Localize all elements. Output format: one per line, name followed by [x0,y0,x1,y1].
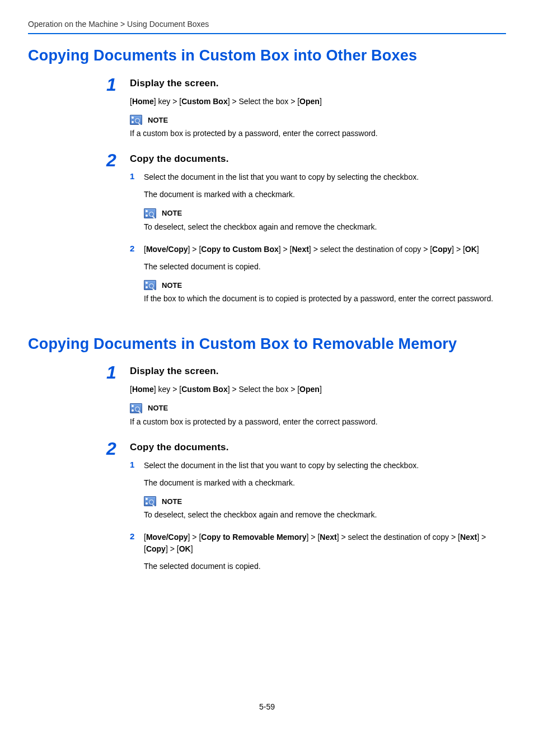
step-title: Copy the documents. [130,442,506,453]
note-box: NOTE To deselect, select the checkbox ag… [144,496,506,520]
step-number: 1 [106,76,130,94]
substep-text: Select the document in the list that you… [144,171,506,183]
note-label: NOTE [148,404,168,412]
step-title: Display the screen. [130,366,506,377]
substep-number: 2 [130,244,144,253]
note-text: To deselect, select the checkbox again a… [144,221,506,232]
substep-text: [Move/Copy] > [Copy to Custom Box] > [Ne… [144,244,506,255]
note-text: To deselect, select the checkbox again a… [144,509,506,520]
substep-text: Select the document in the list that you… [144,460,506,472]
substep-number: 1 [130,171,144,181]
section-heading-2: Copying Documents in Custom Box to Remov… [28,335,506,354]
step-2b: 2 Copy the documents. 1 Select the docum… [106,442,506,580]
note-text: If a custom box is protected by a passwo… [130,416,506,427]
note-icon [144,496,156,506]
nav-path: [Home] key > [Custom Box] > Select the b… [130,384,506,395]
note-box: NOTE To deselect, select the checkbox ag… [144,208,506,232]
note-icon [144,208,156,218]
step-title: Display the screen. [130,78,506,89]
step-1b: 1 Display the screen. [Home] key > [Cust… [106,366,506,438]
nav-path: [Home] key > [Custom Box] > Select the b… [130,96,506,107]
divider [28,33,506,34]
note-label: NOTE [162,497,182,506]
step-title: Copy the documents. [130,153,506,165]
step-2: 2 Copy the documents. 1 Select the docum… [106,153,506,315]
step-number: 2 [106,151,130,169]
substep-number: 2 [130,531,144,541]
note-text: If the box to which the document is to c… [144,293,506,304]
page-number: 5-59 [0,702,534,711]
note-label: NOTE [148,116,168,124]
note-label: NOTE [162,281,182,290]
substep-1b: 1 Select the document in the list that y… [130,460,506,472]
step-number: 1 [106,363,130,381]
note-box: NOTE If a custom box is protected by a p… [130,403,506,427]
substep-para: The document is marked with a checkmark. [144,189,506,200]
substep-text: [Move/Copy] > [Copy to Removable Memory]… [144,531,506,555]
section-heading-1: Copying Documents in Custom Box into Oth… [28,46,506,66]
note-icon [130,115,142,125]
substep-number: 1 [130,460,144,469]
breadcrumb: Operation on the Machine > Using Documen… [28,20,506,29]
note-icon [130,403,142,413]
substep-para: The selected document is copied. [144,561,506,572]
substep-1: 1 Select the document in the list that y… [130,171,506,183]
substep-para: The document is marked with a checkmark. [144,477,506,488]
note-text: If a custom box is protected by a passwo… [130,128,506,139]
step-number: 2 [106,440,130,458]
note-icon [144,280,156,290]
substep-2b: 2 [Move/Copy] > [Copy to Removable Memor… [130,531,506,555]
substep-2: 2 [Move/Copy] > [Copy to Custom Box] > [… [130,244,506,255]
note-label: NOTE [162,209,182,217]
note-box: NOTE If a custom box is protected by a p… [130,115,506,139]
substep-para: The selected document is copied. [144,261,506,272]
step-1: 1 Display the screen. [Home] key > [Cust… [106,78,506,151]
note-box: NOTE If the box to which the document is… [144,280,506,304]
